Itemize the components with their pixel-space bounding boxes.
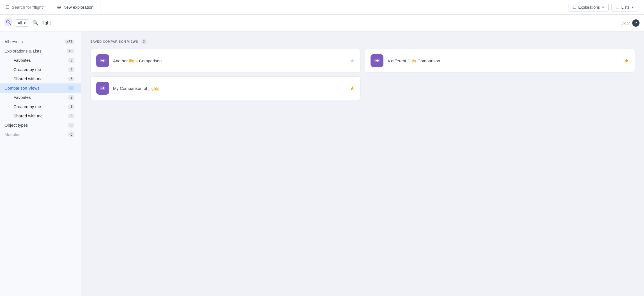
all-results-label: All results [4, 39, 23, 44]
comparison-views-label: Comparison Views [4, 86, 40, 90]
search-tab[interactable]: ☐ Search for "flight" [0, 0, 50, 14]
section-count: 3 [141, 39, 147, 44]
explorations-created-by-me-count: 4 [68, 67, 74, 72]
explorations-label: Explorations [578, 5, 600, 10]
search-input-wrap: 🔍 [33, 20, 618, 26]
sidebar-item-explorations-favorites[interactable]: Favorites 3 [4, 56, 81, 65]
all-results-count: 457 [65, 40, 74, 44]
search-tab-icon: ☐ [6, 4, 10, 10]
sidebar-item-cv-favorites[interactable]: Favorites 2 [4, 93, 81, 102]
explorations-shared-with-me-label: Shared with me [13, 76, 43, 81]
sidebar-item-explorations-lists[interactable]: Explorations & Lists 10 [0, 46, 81, 56]
searchbar-logo-icon [4, 18, 12, 28]
card-3-highlight: flights [148, 86, 159, 91]
topbar-right: ☐ Explorations ▼ ▭ Lists ▼ [566, 3, 644, 12]
lists-chevron-icon: ▼ [631, 6, 634, 9]
card-1-star-button[interactable]: ★ [350, 57, 355, 64]
card-2-title: A different flight Comparison [387, 58, 620, 63]
sidebar-item-all-results[interactable]: All results 457 [0, 37, 81, 46]
cv-favorites-label: Favorites [13, 95, 31, 100]
plus-icon: ⊕ [57, 4, 61, 10]
content-area: SAVED COMPARISON VIEWS 3 Another flight … [81, 31, 644, 296]
card-2-highlight: flight [407, 58, 416, 63]
card-1-title: Another flight Comparison [113, 58, 346, 63]
card-my-comparison-flights[interactable]: My Comparison of flights ★ [90, 76, 361, 100]
lists-label: Lists [621, 5, 629, 10]
card-1-highlight: flight [129, 58, 138, 63]
explorations-shared-with-me-count: 6 [68, 77, 74, 81]
lists-button[interactable]: ▭ Lists ▼ [611, 3, 638, 12]
new-exploration-tab[interactable]: ⊕ New exploration [50, 0, 101, 14]
sidebar-section-explorations: Explorations & Lists 10 Favorites 3 Crea… [0, 46, 81, 83]
card-3-icon [96, 82, 109, 95]
filter-label: All [18, 21, 22, 25]
card-another-flight-comparison[interactable]: Another flight Comparison ★ [90, 49, 361, 72]
card-2-star-button[interactable]: ★ [624, 57, 629, 64]
search-tab-label: Search for "flight" [12, 5, 44, 10]
explorations-lists-count: 10 [67, 49, 74, 53]
modules-label: Modules [4, 132, 20, 137]
object-types-count: 6 [68, 123, 74, 127]
cv-shared-with-me-count: 2 [68, 114, 74, 118]
filter-dropdown[interactable]: All ▼ [15, 19, 29, 27]
explorations-icon: ☐ [573, 5, 576, 10]
explorations-created-by-me-label: Created by me [13, 67, 41, 72]
cv-favorites-count: 2 [68, 95, 74, 100]
filter-chevron-icon: ▼ [23, 21, 26, 25]
cv-created-by-me-label: Created by me [13, 104, 41, 109]
sidebar-item-comparison-views[interactable]: Comparison Views 3 [0, 83, 81, 93]
section-title: SAVED COMPARISON VIEWS [90, 40, 138, 43]
cv-created-by-me-count: 1 [68, 104, 74, 109]
search-input[interactable] [41, 21, 618, 26]
svg-rect-0 [4, 18, 12, 26]
searchbar: All ▼ 🔍 Clear ? [0, 15, 644, 31]
comparison-views-subs: Favorites 2 Created by me 1 Shared with … [0, 93, 81, 120]
card-1-icon [96, 54, 109, 67]
main-layout: All results 457 Explorations & Lists 10 … [0, 31, 644, 296]
card-2-icon [371, 54, 383, 67]
explorations-favorites-label: Favorites [13, 58, 31, 63]
new-exploration-label: New exploration [63, 5, 94, 10]
clear-button[interactable]: Clear [618, 20, 632, 26]
lists-icon: ▭ [616, 5, 620, 10]
sidebar: All results 457 Explorations & Lists 10 … [0, 31, 81, 296]
sidebar-item-cv-created-by-me[interactable]: Created by me 1 [4, 102, 81, 111]
sidebar-item-modules[interactable]: Modules 0 [0, 130, 81, 139]
card-3-star-button[interactable]: ★ [350, 85, 355, 92]
card-3-title: My Comparison of flights [113, 86, 346, 91]
search-mag-icon: 🔍 [33, 20, 38, 26]
explorations-lists-label: Explorations & Lists [4, 49, 42, 53]
explorations-favorites-count: 3 [68, 58, 74, 63]
cards-grid: Another flight Comparison ★ A different … [90, 49, 635, 100]
card-different-flight-comparison[interactable]: A different flight Comparison ★ [365, 49, 635, 72]
help-button[interactable]: ? [632, 19, 640, 27]
topbar: ☐ Search for "flight" ⊕ New exploration … [0, 0, 644, 15]
sidebar-item-object-types[interactable]: Object types 6 [0, 120, 81, 130]
section-header: SAVED COMPARISON VIEWS 3 [90, 39, 635, 44]
explorations-chevron-icon: ▼ [601, 6, 604, 9]
explorations-lists-subs: Favorites 3 Created by me 4 Shared with … [0, 56, 81, 83]
sidebar-section-comparison-views: Comparison Views 3 Favorites 2 Created b… [0, 83, 81, 120]
modules-count: 0 [68, 132, 74, 137]
sidebar-item-explorations-created-by-me[interactable]: Created by me 4 [4, 65, 81, 74]
sidebar-item-cv-shared-with-me[interactable]: Shared with me 2 [4, 111, 81, 120]
explorations-button[interactable]: ☐ Explorations ▼ [569, 3, 609, 12]
object-types-label: Object types [4, 123, 28, 127]
cv-shared-with-me-label: Shared with me [13, 113, 43, 118]
comparison-views-count: 3 [68, 86, 74, 90]
sidebar-item-explorations-shared-with-me[interactable]: Shared with me 6 [4, 74, 81, 83]
